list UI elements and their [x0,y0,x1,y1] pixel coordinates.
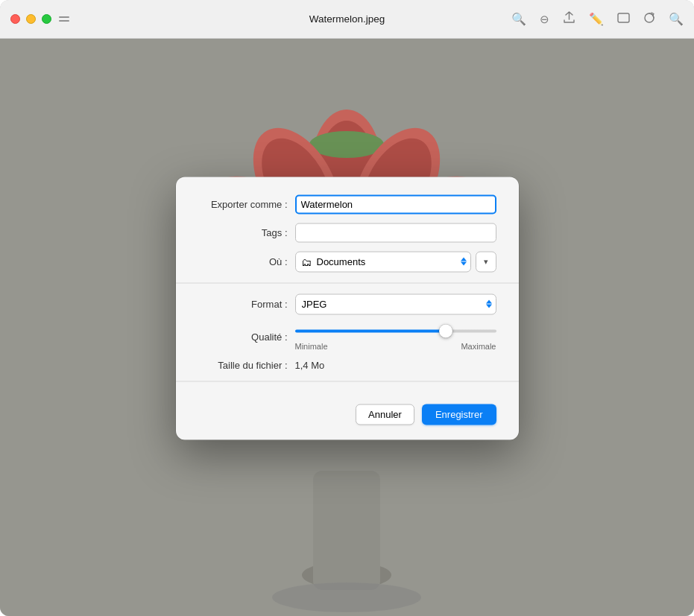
quality-row: Qualité : Minimale Maximale [198,323,496,350]
export-name-input[interactable] [295,194,496,214]
format-row: Format : JPEG PNG TIFF PDF [198,293,496,314]
export-label: Exporter comme : [198,199,295,210]
quality-max-label: Maximale [461,341,496,350]
svg-rect-0 [618,13,629,22]
format-label: Format : [198,299,295,310]
markup-icon[interactable]: ✏️ [589,12,604,26]
location-label: Où : [198,256,295,267]
tags-label: Tags : [198,227,295,238]
export-name-row: Exporter comme : [198,194,496,214]
zoom-out-icon[interactable]: ⊖ [540,13,549,26]
toolbar-actions: 🔍 ⊖ ✏️ 🔍 [511,11,684,27]
cancel-button[interactable]: Annuler [356,404,414,425]
quality-min-label: Minimale [295,341,328,350]
close-button[interactable] [10,14,20,24]
location-select[interactable]: Documents Desktop Downloads [295,251,471,272]
quality-slider-thumb[interactable] [439,324,452,337]
quality-slider-labels: Minimale Maximale [295,341,496,350]
dialog-divider-bottom [176,381,519,381]
filesize-value: 1,4 Mo [295,359,325,370]
filesize-row: Taille du fichier : 1,4 Mo [198,359,496,370]
tags-row: Tags : [198,223,496,242]
sidebar-toggle[interactable] [59,13,75,26]
format-stepper-arrows [486,300,492,308]
window-title: Watermelon.jpeg [309,13,385,25]
format-select-wrapper: JPEG PNG TIFF PDF [295,293,496,314]
dialog-divider-top [176,282,519,283]
location-stepper-arrows [461,258,467,266]
search-icon[interactable]: 🔍 [669,12,684,26]
traffic-lights [10,14,51,24]
location-expand-button[interactable]: ▾ [476,251,496,272]
maximize-button[interactable] [42,14,51,24]
tags-input[interactable] [295,223,496,242]
title-bar: Watermelon.jpeg 🔍 ⊖ ✏️ [0,0,694,39]
save-button[interactable]: Enregistrer [422,404,496,425]
dialog-buttons: Annuler Enregistrer [176,392,519,425]
minimize-button[interactable] [26,14,36,24]
quality-slider-track [295,329,496,332]
window-mode-icon[interactable] [617,13,630,26]
export-dialog: Exporter comme : Tags : Où : 🗂 Documents… [176,177,519,439]
format-select[interactable]: JPEG PNG TIFF PDF [295,293,496,314]
quality-slider-area: Minimale Maximale [295,323,496,350]
quality-label: Qualité : [198,331,295,343]
dialog-bottom-section: Format : JPEG PNG TIFF PDF Qualité [176,293,519,370]
quality-slider-container [295,323,496,338]
app-window: Watermelon.jpeg 🔍 ⊖ ✏️ [0,0,694,616]
location-row: Où : 🗂 Documents Desktop Downloads [198,251,496,272]
chevron-down-icon: ▾ [484,257,488,267]
share-icon[interactable] [563,11,575,27]
dialog-top-section: Exporter comme : Tags : Où : 🗂 Documents… [176,194,519,272]
rotate-icon[interactable] [643,12,655,27]
location-select-wrapper: 🗂 Documents Desktop Downloads [295,251,471,272]
filesize-label: Taille du fichier : [198,359,295,370]
zoom-in-icon[interactable]: 🔍 [511,12,526,26]
